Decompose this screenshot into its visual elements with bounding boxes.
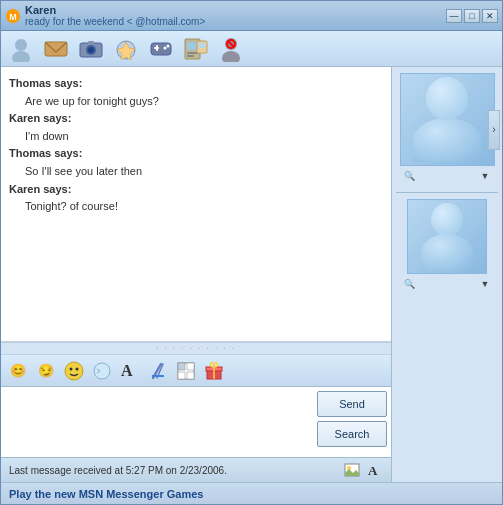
svg-rect-35 (187, 363, 194, 370)
app-icon: M (5, 8, 21, 24)
bottom-avatar-body (421, 234, 473, 271)
email-button[interactable] (40, 35, 72, 63)
wink-button[interactable] (89, 359, 115, 383)
activity-button[interactable] (110, 35, 142, 63)
message-1: Thomas says: Are we up for tonight guys? (9, 75, 383, 110)
svg-text:A: A (121, 362, 133, 379)
font-status-icon[interactable]: A (365, 461, 383, 479)
svg-point-7 (88, 47, 94, 53)
svg-point-2 (15, 39, 27, 51)
text-2: I'm down (9, 128, 383, 146)
emoji-button[interactable]: 😊 (5, 359, 31, 383)
input-area: Send Search (1, 387, 391, 457)
window-controls: — □ ✕ (446, 9, 498, 23)
bottom-text: Play the new MSN Messenger Games (9, 488, 203, 500)
sender-2: Karen says: (9, 110, 383, 128)
status-bar: Last message received at 5:27 PM on 2/23… (1, 457, 391, 482)
svg-text:M: M (9, 12, 17, 22)
message-2: Karen says: I'm down (9, 110, 383, 145)
font-button[interactable]: A (117, 359, 143, 383)
avatar-search-icon[interactable]: 🔍 (400, 168, 418, 184)
bottom-avatar-section: 🔍 ▼ (392, 193, 502, 308)
bottom-avatar-dropdown-icon[interactable]: ▼ (476, 276, 494, 292)
svg-point-13 (164, 46, 167, 49)
svg-rect-37 (187, 372, 194, 379)
window-title: Karen (25, 4, 205, 16)
svg-text:A: A (368, 463, 378, 478)
svg-point-14 (167, 44, 170, 47)
gift-button[interactable] (201, 359, 227, 383)
search-button[interactable]: Search (317, 421, 387, 447)
input-row: Send Search (1, 387, 391, 457)
text-3: So I'll see you later then (9, 163, 383, 181)
top-avatar-container (400, 73, 495, 166)
title-area: Karen ready for the weekend < @hotmail.c… (25, 4, 205, 27)
message-3: Thomas says: So I'll see you later then (9, 145, 383, 180)
format-toolbar: 😊 😏 (1, 355, 391, 387)
handwriting-button[interactable] (173, 359, 199, 383)
chat-section: Thomas says: Are we up for tonight guys?… (1, 67, 392, 482)
svg-point-26 (70, 367, 73, 370)
svg-rect-34 (178, 363, 185, 370)
image-status-icon[interactable] (343, 461, 361, 479)
sender-3: Thomas says: (9, 145, 383, 163)
main-area: Thomas says: Are we up for tonight guys?… (1, 67, 502, 482)
top-avatar-figure (412, 77, 482, 162)
svg-rect-16 (187, 42, 198, 50)
message-input[interactable] (1, 387, 315, 457)
close-button[interactable]: ✕ (482, 9, 498, 23)
right-panel-spacer (392, 308, 502, 482)
send-button[interactable]: Send (317, 391, 387, 417)
bottom-avatar-figure (420, 203, 475, 271)
messenger-window: M Karen ready for the weekend < @hotmail… (0, 0, 503, 505)
sender-1: Thomas says: (9, 75, 383, 93)
window-subtitle: ready for the weekend < @hotmail.com> (25, 16, 205, 27)
top-avatar-section: 🔍 ▼ › (392, 67, 502, 192)
bottom-avatar-head (431, 203, 463, 236)
user-button[interactable] (5, 35, 37, 63)
bottom-avatar-controls: 🔍 ▼ (398, 274, 496, 294)
share-button[interactable] (180, 35, 212, 63)
svg-rect-8 (88, 41, 94, 45)
maximize-button[interactable]: □ (464, 9, 480, 23)
bottom-avatar-search-icon[interactable]: 🔍 (400, 276, 418, 292)
title-bar-left: M Karen ready for the weekend < @hotmail… (5, 4, 205, 27)
avatar-dropdown-icon[interactable]: ▼ (476, 168, 494, 184)
divider: · · · · · · · · · · (1, 342, 391, 355)
top-avatar-head (426, 77, 468, 120)
title-bar: M Karen ready for the weekend < @hotmail… (1, 1, 502, 31)
svg-point-22 (222, 51, 240, 62)
text-4: Tonight? of course! (9, 198, 383, 216)
svg-rect-12 (156, 45, 158, 51)
games-button[interactable] (145, 35, 177, 63)
svg-rect-20 (199, 43, 205, 48)
bottom-bar: Play the new MSN Messenger Games (1, 482, 502, 504)
color-button[interactable] (145, 359, 171, 383)
status-icons: A (343, 461, 383, 479)
top-avatar-controls: 🔍 ▼ (398, 166, 496, 186)
minimize-button[interactable]: — (446, 9, 462, 23)
chat-messages: Thomas says: Are we up for tonight guys?… (1, 67, 391, 342)
toolbar (1, 31, 502, 67)
emoticon-button[interactable] (61, 359, 87, 383)
action-buttons: Send Search (315, 387, 391, 457)
status-text: Last message received at 5:27 PM on 2/23… (9, 465, 227, 476)
svg-point-27 (76, 367, 79, 370)
message-4: Karen says: Tonight? of course! (9, 181, 383, 216)
bottom-avatar-container (407, 199, 487, 274)
svg-rect-18 (187, 55, 194, 57)
top-avatar-body (413, 118, 481, 162)
sender-4: Karen says: (9, 181, 383, 199)
right-panel: 🔍 ▼ › 🔍 ▼ (392, 67, 502, 482)
svg-point-3 (12, 51, 30, 62)
svg-point-28 (94, 363, 110, 379)
block-button[interactable] (215, 35, 247, 63)
emoji2-button[interactable]: 😏 (33, 359, 59, 383)
svg-rect-36 (178, 372, 185, 379)
text-1: Are we up for tonight guys? (9, 93, 383, 111)
right-nav-arrow[interactable]: › (488, 110, 500, 150)
camera-button[interactable] (75, 35, 107, 63)
svg-rect-17 (187, 52, 198, 54)
svg-point-25 (65, 362, 83, 380)
